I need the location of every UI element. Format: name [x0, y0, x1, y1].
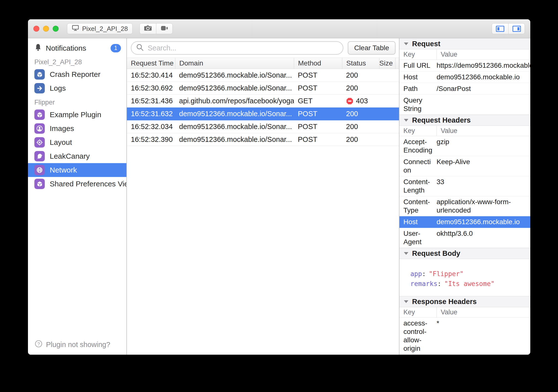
sidebar-item-notifications[interactable]: Notifications 1 — [28, 41, 126, 55]
cube-icon — [34, 69, 45, 80]
section-header-request[interactable]: Request — [399, 38, 530, 49]
sidebar-item-label: Images — [50, 124, 74, 133]
close-button[interactable] — [33, 26, 39, 32]
column-header-domain[interactable]: Domain — [175, 58, 294, 69]
sidebar-item-label: Example Plugin — [50, 110, 101, 119]
sidebar-item-label: Layout — [50, 138, 72, 147]
sidebar-item-label: Network — [50, 166, 77, 174]
domain-cell: demo9512366.mockable.io/Sonar... — [175, 123, 294, 131]
detail-row-path[interactable]: Path /SonarPost — [399, 83, 530, 95]
search-input[interactable] — [148, 44, 338, 52]
bird-icon — [34, 151, 45, 161]
detail-row-access-control[interactable]: access-control-allow-origin * — [399, 318, 530, 354]
detail-row-content-length[interactable]: Content-Length 33 — [399, 176, 530, 196]
status-cell: 200 — [342, 71, 379, 79]
column-header-request-time[interactable]: Request Time — [127, 58, 175, 69]
notification-badge: 1 — [111, 44, 121, 52]
detail-row-query-string[interactable]: Query String — [399, 95, 530, 115]
column-header-status[interactable]: Status — [342, 58, 379, 69]
toggle-right-sidebar-button[interactable] — [508, 23, 525, 34]
detail-row-full-url[interactable]: Full URL https://demo9512366.mockable.io… — [399, 60, 530, 71]
device-selector-button[interactable]: Pixel_2_API_28 — [67, 23, 133, 34]
sidebar-item-example-plugin[interactable]: Example Plugin — [28, 108, 126, 122]
method-cell: POST — [294, 84, 342, 92]
section-header-response-headers[interactable]: Response Headers — [399, 296, 530, 307]
minimize-button[interactable] — [43, 26, 49, 32]
panel-toggle-group — [492, 23, 525, 34]
column-header-method[interactable]: Method — [294, 58, 342, 69]
clear-table-button[interactable]: Clear Table — [348, 41, 395, 55]
monitor-icon — [72, 25, 79, 33]
stop-icon — [346, 97, 353, 105]
kv-header: Key Value — [399, 126, 530, 136]
method-cell: POST — [294, 71, 342, 79]
detail-row-connection[interactable]: Connection Keep-Alive — [399, 156, 530, 176]
camera-icon — [143, 24, 153, 33]
domain-cell: api.github.com/repos/facebook/yoga — [175, 97, 294, 105]
chevron-down-icon — [404, 252, 408, 255]
chevron-down-icon — [404, 43, 408, 45]
method-cell: POST — [294, 110, 342, 118]
flipper-window: Pixel_2_API_28 — [28, 19, 530, 355]
domain-cell: demo9512366.mockable.io/Sonar... — [175, 135, 294, 144]
chevron-down-icon — [404, 119, 408, 122]
table-row[interactable]: 16:52:32.390 demo9512366.mockable.io/Son… — [127, 133, 399, 146]
request-details-panel: Request Key Value Full URL https://demo9… — [399, 38, 530, 355]
table-row[interactable]: 16:52:32.034 demo9512366.mockable.io/Son… — [127, 120, 399, 133]
record-video-button[interactable] — [156, 23, 172, 34]
traffic-lights — [33, 26, 59, 32]
sidebar-item-leakcanary[interactable]: LeakCanary — [28, 149, 126, 163]
sidebar-item-logs[interactable]: Logs — [28, 81, 126, 95]
sidebar-item-layout[interactable]: Layout — [28, 135, 126, 149]
detail-row-host[interactable]: Host demo9512366.mockable.io — [399, 71, 530, 83]
table-row[interactable]: 16:52:31.436 api.github.com/repos/facebo… — [127, 95, 399, 108]
domain-cell: demo9512366.mockable.io/Sonar... — [175, 84, 294, 92]
toggle-left-sidebar-button[interactable] — [492, 23, 508, 34]
request-time-cell: 16:52:31.632 — [127, 110, 175, 118]
sidebar-item-shared-preferences-viewer[interactable]: Shared Preferences Viewer — [28, 177, 126, 191]
method-cell: POST — [294, 123, 342, 131]
domain-cell: demo9512366.mockable.io/Sonar... — [175, 71, 294, 79]
right-panel-icon — [512, 26, 521, 32]
status-cell: 200 — [342, 123, 379, 131]
table-row[interactable]: 16:52:30.414 demo9512366.mockable.io/Son… — [127, 69, 399, 82]
screenshot-button[interactable] — [140, 23, 156, 34]
domain-cell: demo9512366.mockable.io/Sonar... — [175, 110, 294, 118]
kv-header: Key Value — [399, 49, 530, 60]
search-box — [131, 41, 343, 55]
question-circle-icon: ? — [34, 340, 43, 350]
request-time-cell: 16:52:32.034 — [127, 123, 175, 131]
status-cell: 200 — [342, 110, 379, 118]
sidebar-item-label: LeakCanary — [50, 152, 90, 160]
detail-row-content-type[interactable]: Content-Type application/x-www-form-urle… — [399, 196, 530, 216]
cube-icon — [34, 109, 45, 120]
sidebar-item-crash-reporter[interactable]: Crash Reporter — [28, 67, 126, 81]
sidebar-item-network[interactable]: Network — [28, 163, 126, 177]
cube-icon — [34, 179, 45, 189]
chevron-down-icon — [404, 300, 408, 303]
method-cell: GET — [294, 97, 342, 105]
detail-row-user-agent[interactable]: User-Agent okhttp/3.6.0 — [399, 228, 530, 248]
method-cell: POST — [294, 135, 342, 144]
table-row[interactable]: 16:52:30.692 demo9512366.mockable.io/Son… — [127, 82, 399, 95]
capture-button-group — [140, 23, 173, 34]
status-cell: 200 — [342, 135, 379, 144]
column-header-size[interactable]: Size — [379, 58, 395, 69]
section-header-request-headers[interactable]: Request Headers — [399, 115, 530, 126]
status-cell: 200 — [342, 84, 379, 92]
sidebar: Notifications 1 Pixel_2_API_28 Crash Rep… — [28, 38, 127, 355]
request-time-cell: 16:52:30.414 — [127, 71, 175, 79]
request-time-cell: 16:52:30.692 — [127, 84, 175, 92]
plugin-not-showing-link[interactable]: ? Plugin not showing? — [28, 336, 126, 355]
device-name: Pixel_2_API_28 — [82, 25, 128, 33]
status-cell: 403 — [342, 97, 379, 105]
detail-row-accept-encoding[interactable]: Accept-Encoding gzip — [399, 136, 530, 156]
arrow-right-icon — [34, 83, 45, 93]
zoom-button[interactable] — [53, 26, 59, 32]
sidebar-item-images[interactable]: Images — [28, 122, 126, 135]
notifications-label: Notifications — [46, 44, 86, 52]
table-row-selected[interactable]: 16:52:31.632 demo9512366.mockable.io/Son… — [127, 108, 399, 120]
detail-row-host-selected[interactable]: Host demo9512366.mockable.io — [399, 216, 530, 228]
code-line: remarks:"Its awesome" — [410, 279, 528, 289]
section-header-request-body[interactable]: Request Body — [399, 248, 530, 259]
